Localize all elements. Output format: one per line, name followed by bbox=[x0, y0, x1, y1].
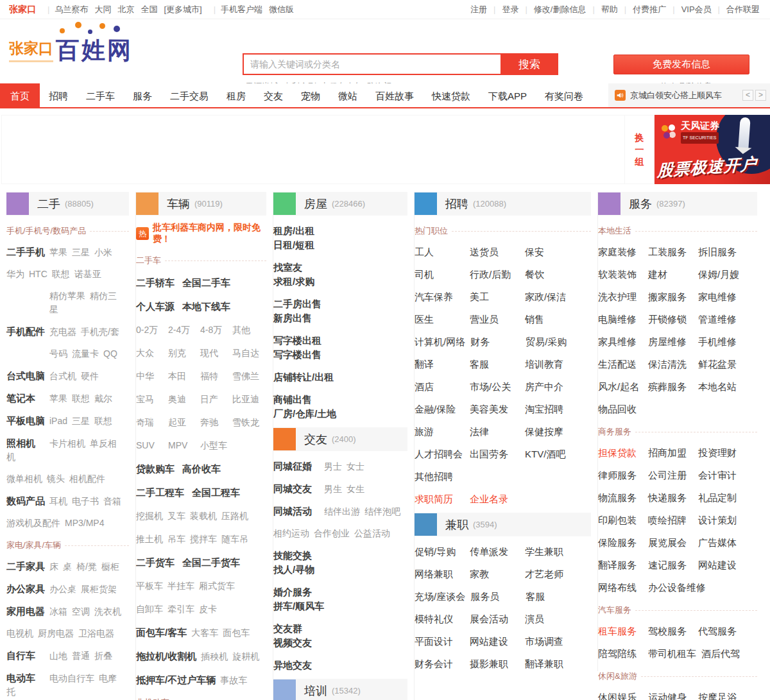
category-link[interactable]: 二手房出售 bbox=[273, 297, 339, 311]
category-label-link[interactable]: 拖拉机/收割机 bbox=[136, 649, 196, 663]
subcategory-link[interactable]: 自卸车 bbox=[136, 604, 163, 614]
category-title-link[interactable]: 车辆 bbox=[167, 196, 190, 212]
category-link[interactable]: 二手货车 bbox=[136, 557, 175, 568]
category-link[interactable]: 公司注册 bbox=[648, 468, 693, 482]
subcategory-link[interactable]: 面包车 bbox=[223, 627, 250, 638]
subcategory-link[interactable]: 旋耕机 bbox=[232, 651, 259, 662]
category-link[interactable]: 模特礼仪 bbox=[415, 612, 465, 626]
category-link[interactable]: 速记服务 bbox=[648, 558, 693, 572]
nav-item[interactable]: 微站 bbox=[329, 83, 366, 108]
category-link[interactable]: 保洁清洗 bbox=[648, 357, 693, 371]
category-link[interactable]: 企业名录 bbox=[470, 492, 520, 506]
category-link[interactable]: SUV bbox=[136, 439, 164, 452]
category-link[interactable]: 新房出售 bbox=[273, 311, 339, 325]
category-link[interactable]: 客服 bbox=[470, 357, 520, 371]
topbar-link[interactable]: 注册 bbox=[470, 4, 487, 15]
category-link[interactable]: 贷款购车 bbox=[136, 463, 175, 474]
nav-item[interactable]: 百姓故事 bbox=[366, 83, 423, 108]
category-link[interactable]: 4-8万 bbox=[200, 323, 228, 337]
subcategory-link[interactable]: 装载机 bbox=[190, 511, 217, 521]
category-link[interactable]: 房产中介 bbox=[525, 380, 575, 393]
category-link[interactable]: 平面设计 bbox=[415, 635, 465, 648]
category-link[interactable]: 个人车源 bbox=[136, 301, 175, 312]
category-title-link[interactable]: 房屋 bbox=[304, 196, 327, 212]
category-title-link[interactable]: 服务 bbox=[629, 196, 652, 212]
subcategory-link[interactable]: 微单相机 bbox=[6, 474, 42, 484]
category-link[interactable]: 出国劳务 bbox=[470, 447, 520, 461]
subcategory-link[interactable]: 手机壳/套 bbox=[81, 327, 119, 337]
category-link[interactable]: 房屋维修 bbox=[648, 335, 693, 348]
category-link[interactable]: 设计策划 bbox=[698, 513, 743, 527]
category-label-link[interactable]: 二手手机 bbox=[6, 245, 45, 259]
category-link[interactable]: 计算机/网络 bbox=[415, 335, 465, 348]
category-link[interactable]: 求职简历 bbox=[415, 492, 465, 506]
category-link[interactable]: 服务员 bbox=[470, 590, 520, 603]
category-link[interactable]: 财务 bbox=[470, 335, 520, 348]
next-announcement-button[interactable]: > bbox=[755, 90, 766, 101]
subcategory-link[interactable]: 公益活动 bbox=[354, 528, 390, 538]
search-input[interactable] bbox=[243, 53, 501, 75]
subcategory-link[interactable]: 合作创业 bbox=[314, 528, 350, 538]
category-link[interactable]: 招商加盟 bbox=[648, 446, 693, 459]
client-link[interactable]: 手机客户端 bbox=[221, 4, 262, 14]
subcategory-link[interactable]: 半挂车 bbox=[167, 581, 194, 591]
subcategory-link[interactable]: 展柜货架 bbox=[81, 584, 117, 594]
subcategory-link[interactable]: 华为 bbox=[6, 269, 24, 279]
category-link[interactable]: 建材 bbox=[648, 268, 693, 281]
category-link[interactable]: 驾校服务 bbox=[648, 624, 693, 638]
category-link[interactable]: 婚介服务 bbox=[273, 585, 339, 599]
category-link[interactable]: 美容美发 bbox=[470, 402, 520, 416]
category-link[interactable]: 家政/保洁 bbox=[525, 290, 575, 303]
category-link[interactable]: 本地名站 bbox=[698, 380, 743, 393]
subcategory-link[interactable]: 结伴出游 bbox=[324, 506, 360, 516]
category-link[interactable]: 物品回收 bbox=[598, 402, 643, 416]
category-link[interactable]: 餐饮 bbox=[525, 268, 575, 281]
subcategory-link[interactable]: 小米 bbox=[94, 247, 112, 257]
category-label-link[interactable]: 照相机 bbox=[6, 436, 45, 450]
category-link[interactable]: 办公设备维修 bbox=[648, 581, 706, 594]
category-label-link[interactable]: 平板电脑 bbox=[6, 414, 45, 427]
subcategory-link[interactable]: 苹果 bbox=[49, 393, 67, 404]
subcategory-link[interactable]: 硬件 bbox=[81, 371, 99, 381]
category-link[interactable]: KTV/酒吧 bbox=[525, 447, 575, 461]
category-title-link[interactable]: 交友 bbox=[304, 432, 327, 447]
nav-item[interactable]: 服务 bbox=[124, 83, 161, 108]
category-link[interactable]: 休闲娱乐 bbox=[598, 690, 643, 700]
nav-item[interactable]: 交友 bbox=[255, 83, 292, 108]
topbar-link[interactable]: 登录 bbox=[502, 4, 518, 15]
subcategory-link[interactable]: 镜头 bbox=[47, 474, 65, 484]
subcategory-link[interactable]: iPad bbox=[49, 416, 67, 426]
city-link[interactable]: [更多城市] bbox=[164, 4, 201, 14]
category-link[interactable]: 奇瑞 bbox=[136, 416, 164, 429]
subcategory-link[interactable]: 厢式货车 bbox=[199, 581, 235, 591]
category-link[interactable]: 行政/后勤 bbox=[470, 268, 520, 281]
category-link[interactable]: 医生 bbox=[415, 312, 465, 326]
category-link[interactable]: 租房/出租 bbox=[273, 224, 339, 237]
subcategory-link[interactable]: 戴尔 bbox=[94, 393, 112, 404]
category-link[interactable]: 快递服务 bbox=[648, 491, 693, 504]
category-link[interactable]: 带司机租车 bbox=[648, 647, 696, 660]
category-link[interactable]: 保险服务 bbox=[598, 536, 643, 549]
category-title-link[interactable]: 培训 bbox=[304, 683, 327, 699]
category-link[interactable]: 会计审计 bbox=[698, 468, 743, 482]
category-link[interactable]: 二手轿车 bbox=[136, 277, 175, 288]
nav-item[interactable]: 租房 bbox=[218, 83, 255, 108]
subcategory-link[interactable]: 联想 bbox=[72, 393, 90, 404]
category-link[interactable]: 奔驰 bbox=[200, 416, 228, 429]
category-link[interactable]: 工装服务 bbox=[648, 245, 693, 259]
category-link[interactable]: 求租/求购 bbox=[273, 275, 339, 288]
subcategory-link[interactable]: 随车吊 bbox=[221, 534, 248, 544]
city-link[interactable]: 全国 bbox=[141, 4, 157, 14]
category-link[interactable]: 投资理财 bbox=[698, 446, 743, 459]
category-link[interactable]: 客服 bbox=[526, 590, 576, 603]
subcategory-link[interactable]: 台式机 bbox=[49, 371, 76, 381]
category-link[interactable]: 洗衣护理 bbox=[598, 290, 643, 303]
category-label-link[interactable]: 二手家具 bbox=[6, 559, 45, 573]
category-link[interactable]: 技能交换 bbox=[273, 549, 339, 562]
category-link[interactable]: 广告媒体 bbox=[698, 536, 743, 549]
subcategory-link[interactable]: QQ bbox=[103, 348, 117, 359]
category-link[interactable]: 市场/公关 bbox=[470, 380, 520, 393]
subcategory-link[interactable]: 推土机 bbox=[136, 534, 163, 544]
category-link[interactable]: 写字楼出租 bbox=[273, 334, 339, 347]
category-link[interactable]: 人才招聘会 bbox=[415, 447, 465, 461]
